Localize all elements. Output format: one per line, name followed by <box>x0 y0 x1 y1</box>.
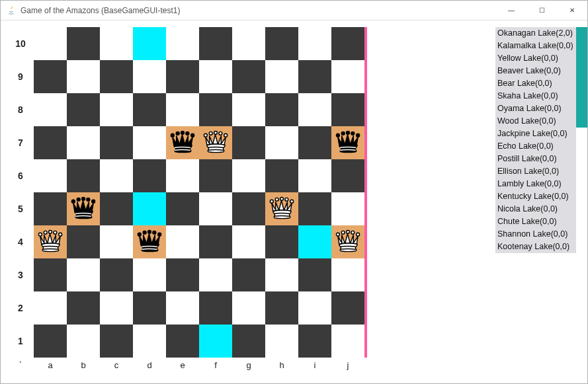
room-item[interactable]: Beaver Lake(0,0) <box>495 65 576 77</box>
white-queen-icon[interactable] <box>201 128 230 157</box>
room-item[interactable]: Jackpine Lake(0,0) <box>495 128 576 140</box>
board-square[interactable] <box>331 258 364 291</box>
board-square[interactable] <box>298 192 331 225</box>
board-square[interactable] <box>298 225 331 258</box>
room-item[interactable]: Oyama Lake(0,0) <box>495 102 576 115</box>
room-item[interactable]: Kootenay Lake(0,0) <box>495 241 576 253</box>
board-square[interactable] <box>67 60 100 93</box>
board-square[interactable] <box>133 258 166 291</box>
board-square[interactable] <box>331 93 364 126</box>
minimize-button[interactable]: — <box>496 1 526 20</box>
room-item[interactable]: Chute Lake(0,0) <box>495 215 576 228</box>
board-square[interactable] <box>100 192 133 225</box>
board-square[interactable] <box>331 126 364 159</box>
board-square[interactable] <box>199 291 232 325</box>
board-square[interactable] <box>133 325 166 358</box>
board-square[interactable] <box>199 93 232 126</box>
board-square[interactable] <box>265 159 298 192</box>
board-square[interactable] <box>133 192 166 225</box>
black-queen-icon[interactable] <box>168 128 197 157</box>
board-square[interactable] <box>331 325 364 358</box>
board-square[interactable] <box>265 60 298 93</box>
board-square[interactable] <box>67 258 100 291</box>
board-square[interactable] <box>34 126 67 159</box>
board-square[interactable] <box>166 93 199 126</box>
room-item[interactable]: Bear Lake(0,0) <box>495 77 576 90</box>
board-square[interactable] <box>34 27 67 60</box>
board-square[interactable] <box>166 325 199 358</box>
room-item[interactable]: Wood Lake(0,0) <box>495 115 576 128</box>
board-square[interactable] <box>166 258 199 291</box>
board-square[interactable] <box>298 126 331 159</box>
board-square[interactable] <box>199 60 232 93</box>
board-square[interactable] <box>34 93 67 126</box>
board-square[interactable] <box>34 325 67 358</box>
board-square[interactable] <box>232 258 265 291</box>
board-square[interactable] <box>298 325 331 358</box>
close-button[interactable]: ✕ <box>557 1 587 20</box>
board-square[interactable] <box>100 27 133 60</box>
board-square[interactable] <box>331 60 364 93</box>
board-square[interactable] <box>34 291 67 325</box>
board-square[interactable] <box>232 159 265 192</box>
board-square[interactable] <box>232 60 265 93</box>
board-square[interactable] <box>232 27 265 60</box>
room-item[interactable]: Skaha Lake(0,0) <box>495 90 576 102</box>
board-square[interactable] <box>166 159 199 192</box>
board-square[interactable] <box>166 60 199 93</box>
board-square[interactable] <box>133 93 166 126</box>
board-square[interactable] <box>166 192 199 225</box>
room-item[interactable]: Postill Lake(0,0) <box>495 153 576 165</box>
board-square[interactable] <box>100 60 133 93</box>
game-board[interactable]: 10987654321`abcdefghij <box>7 27 367 377</box>
board-square[interactable] <box>298 93 331 126</box>
board-square[interactable] <box>67 126 100 159</box>
board-square[interactable] <box>331 192 364 225</box>
board-square[interactable] <box>199 27 232 60</box>
board-square[interactable] <box>331 27 364 60</box>
room-item[interactable]: Lambly Lake(0,0) <box>495 178 576 190</box>
board-square[interactable] <box>232 325 265 358</box>
board-square[interactable] <box>265 291 298 325</box>
board-square[interactable] <box>265 192 298 225</box>
room-item[interactable]: Shannon Lake(0,0) <box>495 228 576 241</box>
white-queen-icon[interactable] <box>333 227 362 256</box>
board-square[interactable] <box>331 225 364 258</box>
board-square[interactable] <box>166 126 199 159</box>
room-list[interactable]: Okanagan Lake(2,0)Kalamalka Lake(0,0)Yel… <box>495 27 576 253</box>
room-item[interactable]: Okanagan Lake(2,0) <box>495 27 576 40</box>
board-square[interactable] <box>199 325 232 358</box>
board-square[interactable] <box>34 159 67 192</box>
board-square[interactable] <box>133 291 166 325</box>
board-square[interactable] <box>331 159 364 192</box>
white-queen-icon[interactable] <box>36 227 65 256</box>
board-square[interactable] <box>265 325 298 358</box>
board-square[interactable] <box>166 27 199 60</box>
board-square[interactable] <box>166 225 199 258</box>
board-square[interactable] <box>232 225 265 258</box>
board-square[interactable] <box>199 192 232 225</box>
board-square[interactable] <box>67 291 100 325</box>
board-square[interactable] <box>232 291 265 325</box>
board-square[interactable] <box>100 93 133 126</box>
room-item[interactable]: Ellison Lake(0,0) <box>495 165 576 178</box>
board-square[interactable] <box>100 325 133 358</box>
room-item[interactable]: Nicola Lake(0,0) <box>495 203 576 215</box>
board-square[interactable] <box>331 291 364 325</box>
board-square[interactable] <box>265 258 298 291</box>
black-queen-icon[interactable] <box>333 128 362 157</box>
board-square[interactable] <box>67 93 100 126</box>
board-square[interactable] <box>298 258 331 291</box>
board-square[interactable] <box>298 60 331 93</box>
board-square[interactable] <box>166 291 199 325</box>
black-queen-icon[interactable] <box>69 194 98 223</box>
board-square[interactable] <box>67 192 100 225</box>
board-square[interactable] <box>100 291 133 325</box>
board-square[interactable] <box>232 192 265 225</box>
board-square[interactable] <box>199 126 232 159</box>
board-square[interactable] <box>34 60 67 93</box>
board-square[interactable] <box>133 60 166 93</box>
board-square[interactable] <box>298 291 331 325</box>
room-item[interactable]: Echo Lake(0,0) <box>495 140 576 153</box>
board-square[interactable] <box>100 126 133 159</box>
